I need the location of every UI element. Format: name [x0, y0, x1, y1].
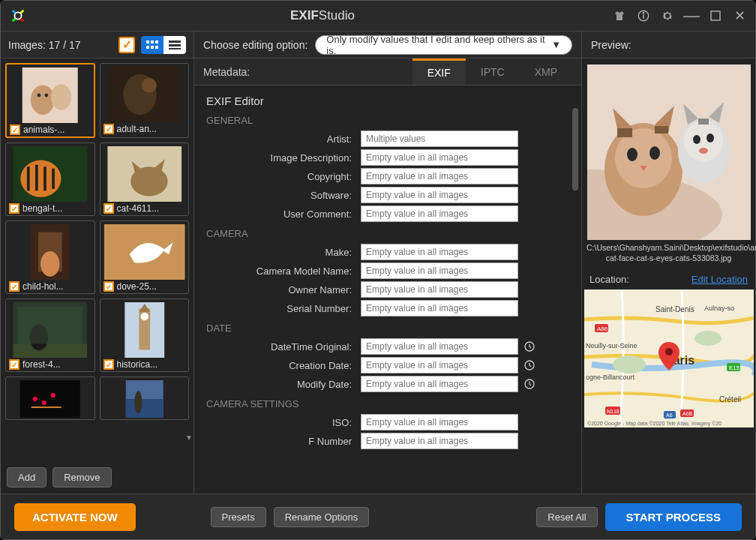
svg-rect-44 — [20, 380, 80, 418]
section-date: DATE — [206, 322, 569, 334]
iso-input[interactable] — [361, 414, 518, 430]
thumbnail-item[interactable]: ✓adult-an... — [100, 63, 190, 138]
thumbnail-item[interactable]: ✓cat-4611... — [100, 142, 190, 216]
location-map[interactable]: Paris Saint-Denis Aulnay-so Neuilly-sur-… — [584, 290, 754, 428]
svg-point-75 — [613, 356, 646, 374]
section-general: GENERAL — [206, 115, 569, 126]
software-input[interactable] — [361, 187, 518, 203]
svg-rect-65 — [655, 126, 668, 134]
svg-text:A6: A6 — [666, 412, 673, 418]
svg-rect-8 — [146, 46, 149, 49]
svg-text:E15: E15 — [729, 364, 740, 371]
svg-rect-27 — [52, 169, 55, 189]
app-title: EXIFStudio — [32, 8, 613, 23]
make-input[interactable] — [361, 244, 518, 260]
model-input[interactable] — [361, 262, 518, 279]
thumbnail-item[interactable] — [100, 376, 190, 420]
grid-view-button[interactable] — [141, 36, 164, 54]
metadata-label: Metadata: — [203, 66, 250, 78]
svg-rect-6 — [151, 40, 154, 44]
imgdesc-input[interactable] — [361, 149, 518, 166]
svg-point-23 — [20, 160, 61, 197]
preview-image — [587, 64, 751, 240]
svg-rect-26 — [44, 166, 46, 190]
svg-rect-12 — [169, 44, 181, 46]
svg-text:A86: A86 — [597, 326, 608, 332]
svg-point-47 — [51, 393, 56, 398]
select-all-checkbox[interactable]: ✓ — [118, 37, 135, 53]
rename-options-button[interactable]: Rename Options — [274, 507, 370, 527]
thumbnail-item[interactable]: ✓animals-... — [5, 63, 95, 138]
app-logo — [10, 8, 26, 24]
tab-iptc[interactable]: IPTC — [466, 58, 520, 85]
list-view-button[interactable] — [164, 36, 186, 54]
start-process-button[interactable]: START PROCESS — [605, 503, 742, 531]
svg-text:Créteil: Créteil — [719, 395, 741, 404]
thumb-label: bengal-t... — [22, 203, 62, 214]
editor-scrollbar[interactable] — [572, 108, 578, 190]
svg-text:N118: N118 — [607, 409, 620, 414]
datetime-input[interactable] — [361, 338, 518, 355]
svg-rect-24 — [27, 166, 30, 190]
clock-icon[interactable] — [521, 376, 538, 392]
clock-icon[interactable] — [521, 357, 538, 374]
svg-text:©2020 Google - Map data ©2020 : ©2020 Google - Map data ©2020 Tele Atlas… — [587, 421, 722, 427]
svg-point-18 — [44, 94, 48, 98]
svg-rect-10 — [155, 46, 158, 49]
thumb-label: dove-25... — [117, 281, 157, 292]
copyright-input[interactable] — [361, 168, 518, 184]
usercomment-input[interactable] — [361, 206, 518, 222]
thumbnail-item[interactable]: ✓forest-4... — [5, 298, 95, 372]
location-label: Location: — [590, 274, 629, 285]
artist-input[interactable] — [361, 130, 518, 147]
editing-option-dropdown[interactable]: Only modify values that I edit and keep … — [315, 35, 572, 55]
image-count: Images: 17 / 17 — [8, 39, 112, 51]
serial-input[interactable] — [361, 300, 518, 316]
add-button[interactable]: Add — [7, 467, 46, 488]
svg-text:Neuilly-sur-Seine: Neuilly-sur-Seine — [586, 342, 638, 350]
svg-rect-48 — [32, 406, 62, 408]
gear-icon[interactable] — [661, 9, 674, 22]
svg-point-62 — [650, 146, 660, 160]
tab-exif[interactable]: EXIF — [412, 58, 466, 85]
tab-xmp[interactable]: XMP — [520, 58, 572, 85]
thumbnails-scrollbar[interactable]: ▼ — [184, 66, 194, 442]
preview-label: Preview: — [582, 32, 755, 58]
activate-button[interactable]: ACTIVATE NOW — [14, 503, 136, 531]
reset-all-button[interactable]: Reset All — [536, 507, 597, 527]
svg-point-61 — [627, 148, 638, 161]
shirt-icon[interactable] — [613, 9, 626, 22]
close-icon[interactable]: ✕ — [733, 9, 746, 22]
svg-point-43 — [140, 313, 148, 321]
edit-location-link[interactable]: Edit Location — [692, 274, 748, 285]
info-icon[interactable] — [637, 9, 650, 22]
maximize-icon[interactable] — [709, 9, 722, 22]
creation-input[interactable] — [361, 357, 518, 374]
svg-point-21 — [142, 78, 157, 93]
section-camera: CAMERA — [206, 228, 569, 239]
presets-button[interactable]: Presets — [211, 507, 266, 527]
thumb-label: adult-an... — [117, 124, 157, 134]
svg-point-45 — [33, 397, 38, 401]
owner-input[interactable] — [361, 281, 518, 298]
thumbnail-item[interactable]: ✓bengal-t... — [5, 142, 95, 216]
thumbnail-item[interactable]: ✓dove-25... — [100, 220, 190, 294]
svg-rect-50 — [125, 399, 163, 418]
svg-point-72 — [699, 148, 708, 154]
svg-point-17 — [37, 94, 40, 98]
svg-rect-5 — [146, 40, 149, 44]
thumbnail-item[interactable]: ✓historica... — [100, 298, 190, 372]
svg-rect-37 — [13, 344, 87, 358]
clock-icon[interactable] — [521, 338, 538, 355]
minimize-icon[interactable]: — — [685, 9, 698, 22]
svg-rect-73 — [698, 118, 709, 124]
svg-point-70 — [693, 135, 700, 144]
thumb-label: child-hol... — [22, 281, 64, 292]
modify-input[interactable] — [361, 376, 518, 392]
thumbnail-item[interactable]: ✓child-hol... — [5, 220, 95, 294]
svg-text:Aulnay-so: Aulnay-so — [704, 304, 734, 312]
fnumber-input[interactable] — [361, 433, 518, 449]
thumbnail-item[interactable] — [5, 376, 95, 420]
remove-button[interactable]: Remove — [52, 467, 111, 488]
editor-title: EXIF Editor — [206, 94, 569, 107]
